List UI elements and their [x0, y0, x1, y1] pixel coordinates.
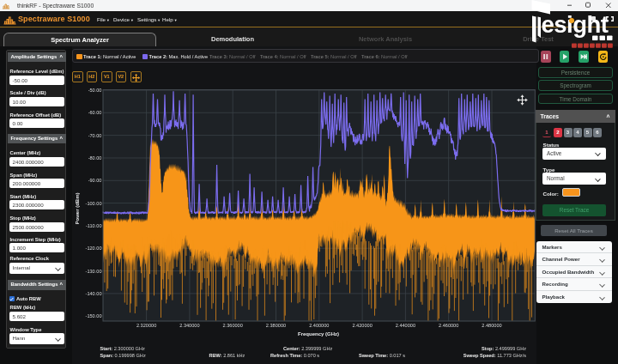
- svg-text:-120.00: -120.00: [86, 246, 102, 251]
- svg-text:2.380000: 2.380000: [266, 323, 286, 328]
- svg-text:Power (dBm): Power (dBm): [75, 192, 80, 224]
- svg-text:2.480000: 2.480000: [482, 323, 501, 328]
- svg-text:-140.00: -140.00: [86, 291, 102, 296]
- svg-text:-130.00: -130.00: [86, 269, 102, 274]
- svg-text:-80.00: -80.00: [88, 155, 102, 161]
- svg-text:2.420000: 2.420000: [352, 323, 372, 328]
- svg-text:-150.00: -150.00: [86, 313, 102, 318]
- svg-text:2.460000: 2.460000: [439, 323, 458, 328]
- svg-text:-110.00: -110.00: [86, 223, 102, 228]
- svg-text:2.320000: 2.320000: [136, 323, 156, 328]
- svg-text:-90.00: -90.00: [88, 178, 102, 183]
- svg-text:Frequency (GHz): Frequency (GHz): [298, 331, 339, 337]
- svg-text:-60.00: -60.00: [88, 110, 102, 115]
- svg-text:2.440000: 2.440000: [396, 323, 415, 328]
- svg-text:2.340000: 2.340000: [179, 323, 199, 328]
- svg-text:-70.00: -70.00: [88, 133, 102, 138]
- svg-text:-100.00: -100.00: [86, 201, 102, 206]
- svg-text:2.400000: 2.400000: [309, 323, 329, 328]
- svg-text:-50.00: -50.00: [88, 88, 102, 93]
- svg-text:2.360000: 2.360000: [223, 323, 243, 328]
